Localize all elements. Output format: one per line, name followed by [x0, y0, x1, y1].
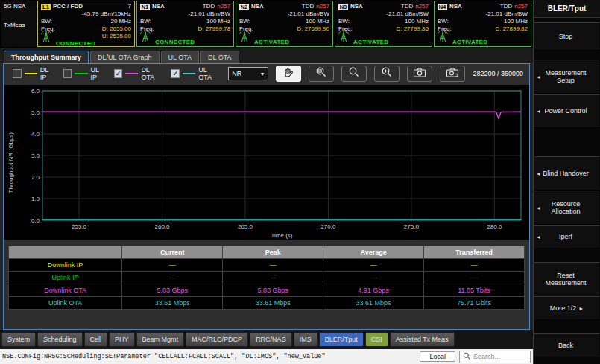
checkbox-dl-ota[interactable]: ✓	[114, 69, 123, 78]
submenu-arrow-icon: ◄	[536, 205, 541, 211]
cell-band: n257	[514, 3, 528, 10]
bottom-tab-mac-rlc-pdcp[interactable]: MAC/RLC/PDCP	[186, 332, 248, 347]
sidebar-button-iperf[interactable]: ◄ Iperf	[534, 225, 599, 249]
table-header-row: Current Peak Average Transferred	[9, 246, 525, 259]
throughput-summary-panel: DL IP UL IP ✓ DL OTA ✓ UL OTA	[3, 63, 530, 330]
cell-status: CONNECTED	[56, 40, 95, 47]
sidebar-button-resource-allocation[interactable]: ◄ Resource Allocation	[534, 191, 599, 225]
cell-power: -21.01 dBm/BW	[288, 10, 329, 18]
bottom-tab-cell[interactable]: Cell	[84, 332, 108, 347]
checkbox-ul-ota[interactable]: ✓	[171, 69, 180, 78]
cell-panel-l1[interactable]: L1 PCC / FDD 7 -45.79 dBm/15kHz BW: 20 M…	[37, 1, 135, 47]
bottom-tab-bler-tput[interactable]: BLER/Tput	[319, 332, 364, 347]
svg-text:2.0: 2.0	[31, 174, 40, 181]
search-input[interactable]: Search...	[459, 351, 531, 363]
value-transferred: 11.05 Tbits	[424, 284, 525, 297]
value-peak: 33.61 Mbps	[223, 297, 323, 310]
checkbox-dl-ip[interactable]	[13, 69, 22, 78]
row-label: Uplink OTA	[9, 297, 122, 310]
table-row-uplink-ip: Uplink IP — — — —	[9, 272, 525, 284]
sidebar-button-back[interactable]: Back	[534, 333, 599, 357]
sidebar-button-more[interactable]: More 1/2►	[534, 296, 599, 320]
bottom-tab-assisted-tx-meas[interactable]: Assisted Tx Meas	[390, 332, 455, 347]
legend-label: UL OTA	[198, 66, 221, 81]
cell-duplex-mode: TDD	[500, 3, 512, 10]
column-header-blank	[9, 246, 122, 259]
function-tab-bar: System Scheduling Cell PHY Beam Mgmt MAC…	[0, 330, 533, 349]
zoom-region-button[interactable]	[309, 66, 334, 82]
softkey-sidebar: BLER/Tput Stop ◄ Measurement Setup ◄ Pow…	[533, 0, 600, 364]
zoom-out-button[interactable]	[341, 66, 367, 82]
bw-value: 100 MHz	[405, 18, 429, 25]
sidebar-button-measurement-setup[interactable]: ◄ Measurement Setup	[534, 60, 599, 94]
cell-duplex-mode: TDD	[203, 3, 215, 10]
sidebar-button-blind-handover[interactable]: ◄ Blind Handover	[534, 156, 599, 191]
tab-dlul-ota-graph[interactable]: DL/UL OTA Graph	[90, 51, 160, 63]
bottom-tab-beam-mgmt[interactable]: Beam Mgmt	[136, 332, 185, 347]
snapshot-2-button[interactable]: 2	[440, 66, 465, 82]
value-current: 5.03 Gbps	[122, 284, 223, 297]
cell-power: -21.01 dBm/BW	[189, 10, 230, 18]
throughput-chart[interactable]: 0.01.02.03.04.05.06.0255.0260.0265.0270.…	[16, 86, 527, 240]
camera-icon	[413, 67, 426, 81]
svg-text:280.0: 280.0	[487, 223, 502, 230]
chart-area: Throughput NR (Gbps) 0.01.02.03.04.05.06…	[4, 85, 529, 240]
series-color-swatch	[125, 73, 138, 74]
bottom-tab-scheduling[interactable]: Scheduling	[37, 332, 83, 347]
status-bar: NSE.CONFig:NR5G:SCHeduling:SETParameter …	[0, 349, 533, 364]
tab-dl-ota[interactable]: DL OTA	[200, 51, 239, 63]
bottom-tab-phy[interactable]: PHY	[109, 332, 135, 347]
app-title-box: 5G NSA TxMeas	[1, 1, 36, 47]
svg-text:6.0: 6.0	[31, 88, 40, 95]
sidebar-button-power-control[interactable]: ◄ Power Control	[534, 94, 599, 128]
value-current: —	[122, 259, 223, 272]
cell-badge: N2	[239, 4, 249, 10]
sidebar-button-reset-measurement[interactable]: Reset Measurement	[534, 262, 599, 296]
cell-panel-n3[interactable]: N3 NSA TDD n257 -21.01 dBm/BW BW: 100 MH…	[335, 1, 432, 47]
cell-status: ACTIVATED	[353, 39, 388, 45]
rat-dropdown[interactable]: NR ▼	[228, 67, 268, 80]
bottom-tab-system[interactable]: System	[1, 332, 36, 347]
bw-value: 20 MHz	[110, 18, 131, 25]
svg-text:2: 2	[455, 73, 458, 78]
local-remote-button[interactable]: Local	[420, 351, 455, 362]
cell-status: ACTIVATED	[254, 39, 289, 45]
cell-panel-n2[interactable]: N2 NSA TDD n257 -21.01 dBm/BW BW: 100 MH…	[236, 1, 333, 47]
checkbox-tick: ✓	[116, 70, 121, 77]
value-current: —	[122, 272, 223, 284]
freq-downlink: D: 27899.82	[495, 25, 528, 33]
checkbox-ul-ip[interactable]	[63, 69, 72, 78]
value-average: —	[323, 259, 424, 272]
cell-panel-n4[interactable]: N4 NSA TDD n257 -21.01 dBm/BW BW: 100 MH…	[434, 1, 531, 47]
cell-status: CONNECTED	[155, 39, 195, 45]
table-row-downlink-ota: Downlink OTA 5.03 Gbps 5.03 Gbps 4.91 Gb…	[9, 284, 525, 297]
bottom-tab-ims[interactable]: IMS	[294, 332, 318, 347]
pan-hand-button[interactable]	[276, 66, 301, 82]
svg-text:270.0: 270.0	[320, 223, 336, 230]
submenu-arrow-icon: ◄	[536, 234, 541, 240]
main-column: 5G NSA TxMeas L1 PCC / FDD 7 -45.79 dBm/…	[0, 0, 533, 364]
value-current: 33.61 Mbps	[122, 297, 223, 310]
zoom-in-button[interactable]	[374, 66, 400, 82]
svg-text:Time (s): Time (s)	[271, 232, 292, 239]
tab-throughput-summary[interactable]: Throughput Summary	[4, 51, 89, 63]
cell-panel-n1[interactable]: N1 NSA TDD n257 -21.01 dBm/BW BW: 100 MH…	[136, 1, 234, 47]
bottom-tab-rrc-nas[interactable]: RRC/NAS	[250, 332, 292, 347]
tab-ul-ota[interactable]: UL OTA	[161, 51, 200, 63]
search-placeholder: Search...	[473, 353, 500, 360]
chevron-down-icon: ▼	[259, 71, 265, 77]
search-icon	[463, 352, 471, 362]
scpi-command-text: NSE.CONFig:NR5G:SCHeduling:SETParameter …	[2, 353, 416, 360]
sidebar-button-stop[interactable]: Stop	[534, 22, 599, 51]
bottom-tab-csi[interactable]: CSI	[365, 332, 388, 347]
bw-label: BW:	[438, 18, 449, 25]
snapshot-button[interactable]	[407, 66, 432, 82]
bw-value: 100 MHz	[306, 18, 329, 25]
value-peak: —	[223, 259, 323, 272]
freq-downlink: D: 27699.90	[297, 25, 329, 33]
cell-title: NSA	[152, 3, 165, 10]
legend-ul-ota: ✓ UL OTA	[171, 66, 221, 81]
table-row-uplink-ota: Uplink OTA 33.61 Mbps 33.61 Mbps 33.61 M…	[9, 297, 525, 310]
legend-label: UL IP	[91, 66, 107, 81]
cell-badge: N1	[140, 4, 150, 10]
